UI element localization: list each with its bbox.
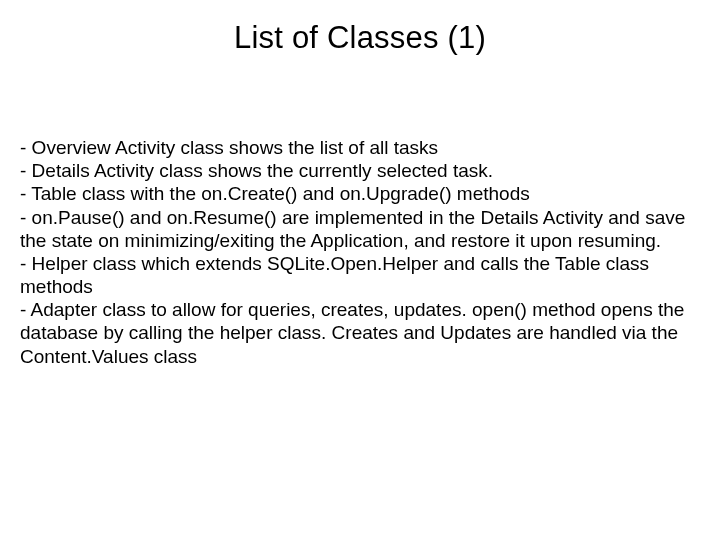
slide-title: List of Classes (1) [20, 20, 700, 56]
body-line: - on.Pause() and on.Resume() are impleme… [20, 206, 700, 252]
body-line: - Overview Activity class shows the list… [20, 136, 700, 159]
slide-body: - Overview Activity class shows the list… [20, 136, 700, 368]
body-line: - Table class with the on.Create() and o… [20, 182, 700, 205]
body-line: - Helper class which extends SQLite.Open… [20, 252, 700, 298]
slide: List of Classes (1) - Overview Activity … [0, 0, 720, 540]
body-line: - Adapter class to allow for queries, cr… [20, 298, 700, 368]
body-line: - Details Activity class shows the curre… [20, 159, 700, 182]
